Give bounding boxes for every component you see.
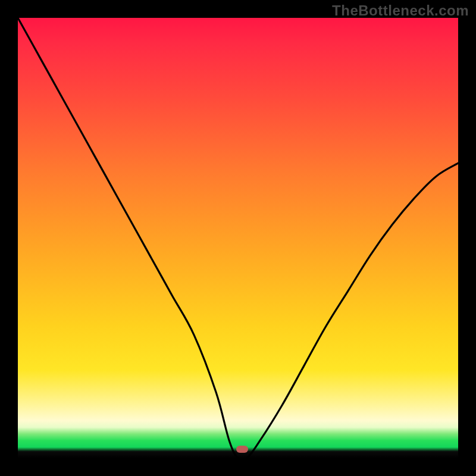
plot-area [18, 18, 458, 458]
watermark-text: TheBottleneck.com [332, 2, 469, 19]
bottleneck-curve [18, 18, 458, 458]
chart-frame: TheBottleneck.com [0, 0, 476, 476]
minimum-marker [236, 446, 248, 453]
